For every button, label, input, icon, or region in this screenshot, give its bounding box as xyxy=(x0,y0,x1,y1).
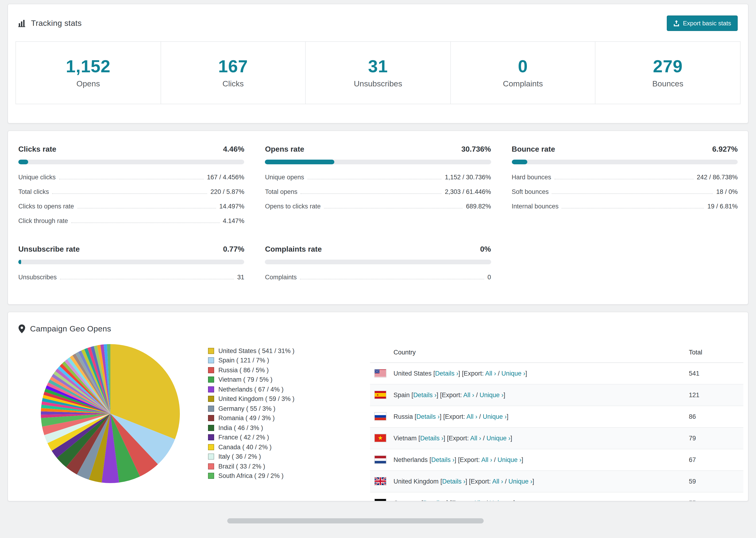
rate-title: Unsubscribe rate xyxy=(18,245,80,253)
rate-row-value: 18 / 0% xyxy=(716,188,738,195)
legend-label: Germany ( 55 / 3% ) xyxy=(218,405,275,412)
horizontal-scrollbar-thumb[interactable] xyxy=(227,518,484,523)
flag-nl-icon xyxy=(375,456,386,463)
geo-total: 67 xyxy=(689,456,741,463)
export-all-link[interactable]: All › xyxy=(481,456,492,463)
flag-gb-icon xyxy=(375,478,386,485)
details-link[interactable]: Details › xyxy=(435,370,458,377)
rate-row-value: 167 / 4.456% xyxy=(207,174,244,181)
bracket: [ xyxy=(447,435,449,442)
geo-pie-chart xyxy=(40,343,181,484)
bracket: ] xyxy=(465,478,467,485)
rate-row: Click through rate4.147% xyxy=(18,214,244,228)
rate-row-label: Clicks to opens rate xyxy=(18,203,74,210)
details-link[interactable]: Details › xyxy=(413,392,436,399)
legend-swatch xyxy=(208,367,214,373)
geo-total: 79 xyxy=(689,435,741,442)
stat-value: 1,152 xyxy=(16,58,160,76)
rate-row-label: Soft bounces xyxy=(512,188,549,195)
export-all-link[interactable]: All › xyxy=(473,500,484,501)
flag-es-icon xyxy=(375,391,386,399)
bracket: [ xyxy=(421,500,423,501)
geo-card-header: Campaign Geo Opens xyxy=(8,312,748,339)
stat-label: Unsubscribes xyxy=(306,79,450,89)
stat-box-complaints: 0Complaints xyxy=(450,42,595,104)
flag-us-icon xyxy=(375,370,386,377)
legend-item: United States ( 541 / 31% ) xyxy=(208,346,321,355)
rate-value: 6.927% xyxy=(712,145,738,153)
stat-box-bounces: 279Bounces xyxy=(595,42,740,104)
rate-block-bounce-rate: Bounce rate6.927%Hard bounces242 / 86.73… xyxy=(512,145,738,228)
legend-swatch xyxy=(208,386,214,392)
location-pin-icon xyxy=(18,325,26,334)
bracket: [ xyxy=(440,392,442,399)
details-link[interactable]: Details › xyxy=(442,478,465,485)
export-all-link[interactable]: All › xyxy=(492,478,503,485)
slash: / xyxy=(498,370,500,377)
rate-block-unsubscribe-rate: Unsubscribe rate0.77%Unsubscribes31 xyxy=(18,245,244,285)
progress-fill xyxy=(18,260,21,264)
export-unique-link[interactable]: Unique › xyxy=(483,413,507,420)
export-all-link[interactable]: All › xyxy=(485,370,496,377)
rate-row-label: Unique opens xyxy=(265,174,304,181)
export-unique-link[interactable]: Unique › xyxy=(479,392,503,399)
details-link[interactable]: Details › xyxy=(431,456,455,463)
export-unique-link[interactable]: Unique › xyxy=(501,370,525,377)
bracket: ] xyxy=(444,435,445,442)
stat-value: 0 xyxy=(451,58,595,76)
export-unique-link[interactable]: Unique › xyxy=(486,435,511,442)
legend-swatch xyxy=(208,425,214,431)
progress-fill xyxy=(265,160,335,164)
export-unique-link[interactable]: Unique › xyxy=(509,478,532,485)
geo-total: 86 xyxy=(689,413,741,420)
stat-value: 31 xyxy=(306,58,450,76)
legend-item: Romania ( 49 / 3% ) xyxy=(208,413,321,423)
export-all-link[interactable]: All › xyxy=(463,392,474,399)
rate-row-value: 4.147% xyxy=(223,217,244,224)
country-name: Russia xyxy=(394,413,413,420)
rate-row: Soft bounces18 / 0% xyxy=(512,185,738,199)
dotted-leader xyxy=(71,223,220,223)
rate-title: Complaints rate xyxy=(265,245,322,253)
progress-fill xyxy=(512,160,527,164)
rate-value: 0% xyxy=(480,245,491,253)
rate-title: Opens rate xyxy=(265,145,304,153)
slash: / xyxy=(494,456,496,463)
rate-row-value: 14.497% xyxy=(219,203,244,210)
legend-swatch xyxy=(208,473,214,479)
stat-value: 279 xyxy=(596,58,740,76)
country-name: Germany xyxy=(394,500,419,501)
export-all-link[interactable]: All › xyxy=(470,435,481,442)
geo-opens-card: Campaign Geo Opens United States ( 541 /… xyxy=(8,312,748,501)
rate-row-value: 0 xyxy=(487,274,491,281)
export-all-link[interactable]: All › xyxy=(466,413,477,420)
geo-table: CountryTotalUnited States [Details ›] [E… xyxy=(370,342,743,501)
details-link[interactable]: Details › xyxy=(416,413,440,420)
dotted-leader xyxy=(562,208,704,208)
dotted-leader xyxy=(554,179,693,179)
legend-swatch xyxy=(208,434,214,440)
export-label: Export: xyxy=(460,456,480,463)
slash: / xyxy=(483,435,485,442)
bracket: ] xyxy=(507,413,509,420)
export-icon xyxy=(674,20,680,26)
country-name: United States xyxy=(394,370,432,377)
legend-label: Vietnam ( 79 / 5% ) xyxy=(218,376,273,383)
bracket: ] xyxy=(511,435,512,442)
stat-label: Bounces xyxy=(596,79,740,89)
details-link[interactable]: Details › xyxy=(423,500,446,501)
details-link[interactable]: Details › xyxy=(420,435,444,442)
legend-label: Brazil ( 33 / 2% ) xyxy=(218,463,265,470)
bracket: ] xyxy=(446,500,448,501)
export-unique-link[interactable]: Unique › xyxy=(489,500,513,501)
export-button-label: Export basic stats xyxy=(683,20,731,27)
rate-row: Complaints0 xyxy=(265,270,491,285)
rate-row-label: Opens to clicks rate xyxy=(265,203,321,210)
bracket: ] xyxy=(532,478,534,485)
geo-content: United States ( 541 / 31% )Spain ( 121 /… xyxy=(8,339,748,501)
legend-swatch xyxy=(208,415,214,421)
rate-row-label: Total clicks xyxy=(18,188,49,195)
legend-label: Russia ( 86 / 5% ) xyxy=(218,366,269,373)
export-basic-stats-button[interactable]: Export basic stats xyxy=(667,16,738,31)
export-unique-link[interactable]: Unique › xyxy=(498,456,521,463)
